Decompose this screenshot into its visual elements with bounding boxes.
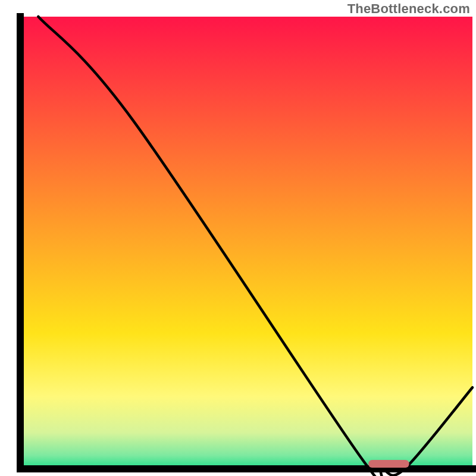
optimum-marker [368,460,409,468]
plot-background [20,17,472,469]
bottleneck-chart [0,0,476,476]
chart-container: TheBottleneck.com [0,0,476,476]
